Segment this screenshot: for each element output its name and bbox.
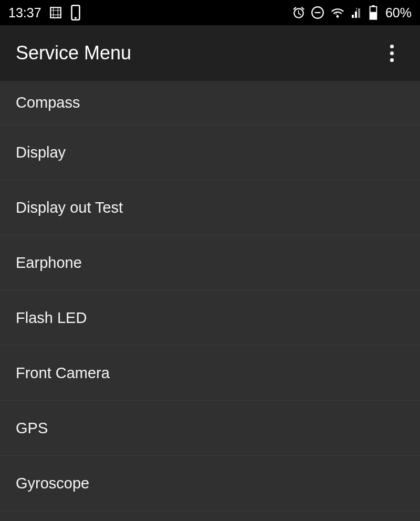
wifi-icon: 5 bbox=[330, 6, 345, 19]
list-item-flash-led[interactable]: Flash LED bbox=[0, 290, 420, 346]
list-item-gyroscope[interactable]: Gyroscope bbox=[0, 456, 420, 511]
menu-list: Compass Display Display out Test Earphon… bbox=[0, 81, 420, 511]
do-not-disturb-icon bbox=[311, 6, 324, 19]
svg-rect-8 bbox=[370, 12, 377, 19]
status-bar-right: 5 60% bbox=[292, 5, 412, 20]
list-item-display-out-test[interactable]: Display out Test bbox=[0, 180, 420, 235]
list-item-compass[interactable]: Compass bbox=[0, 81, 420, 125]
more-vert-icon bbox=[390, 45, 394, 62]
signal-icon bbox=[351, 6, 363, 19]
list-item-label: Flash LED bbox=[16, 309, 87, 327]
svg-text:5: 5 bbox=[335, 11, 337, 16]
list-item-label: Earphone bbox=[16, 254, 82, 272]
status-bar-left: 13:37 bbox=[8, 5, 81, 20]
phone-icon bbox=[70, 5, 81, 20]
status-time: 13:37 bbox=[8, 5, 41, 20]
list-item-label: GPS bbox=[16, 420, 48, 437]
status-bar: 13:37 bbox=[0, 0, 420, 25]
list-item-label: Display bbox=[16, 144, 66, 161]
list-item-display[interactable]: Display bbox=[0, 125, 420, 180]
list-item-gps[interactable]: GPS bbox=[0, 401, 420, 456]
screenshot-icon bbox=[49, 6, 62, 19]
list-item-label: Front Camera bbox=[16, 364, 110, 382]
list-item-front-camera[interactable]: Front Camera bbox=[0, 346, 420, 401]
list-item-label: Gyroscope bbox=[16, 475, 89, 492]
app-title: Service Menu bbox=[16, 42, 131, 64]
alarm-icon bbox=[292, 6, 306, 19]
app-bar: Service Menu bbox=[0, 25, 420, 81]
battery-icon bbox=[369, 5, 378, 20]
battery-percentage: 60% bbox=[385, 5, 412, 20]
list-item-earphone[interactable]: Earphone bbox=[0, 235, 420, 290]
svg-rect-0 bbox=[50, 7, 61, 18]
list-item-label: Compass bbox=[16, 94, 80, 111]
svg-point-2 bbox=[75, 17, 77, 19]
overflow-menu-button[interactable] bbox=[379, 40, 404, 66]
list-item-label: Display out Test bbox=[16, 199, 123, 216]
